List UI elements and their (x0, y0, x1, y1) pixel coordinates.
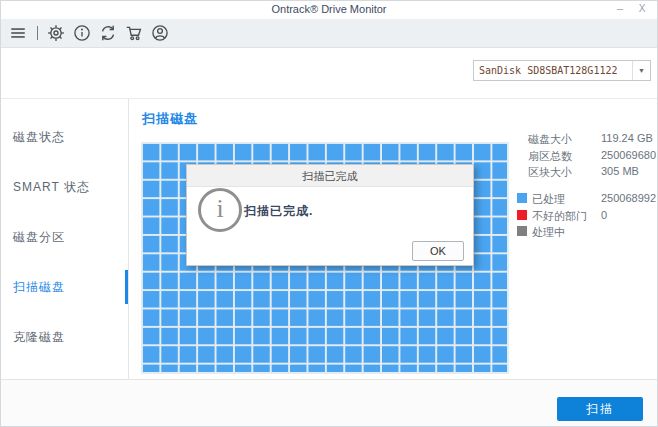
stat-row-disk-size: 磁盘大小 119.24 GB (517, 131, 658, 148)
legend-label: 处理中 (532, 225, 565, 240)
stat-value: 119.24 GB (601, 132, 653, 144)
ok-button[interactable]: OK (412, 241, 464, 261)
sidebar-item-label: 磁盘分区 (13, 230, 65, 244)
processed-color-swatch (517, 193, 527, 203)
dropdown-arrow-button[interactable]: ▼ (632, 61, 650, 80)
legend-row-processing: 处理中 (517, 224, 658, 241)
drive-selector-value: SanDisk SD8SBAT128G1122 (474, 65, 632, 76)
sidebar-item-disk-status[interactable]: 磁盘状态 (1, 112, 128, 162)
legend-label: 不好的部门 (532, 209, 587, 224)
sidebar-item-disk-partitions[interactable]: 磁盘分区 (1, 212, 128, 262)
active-indicator-bar (125, 270, 128, 304)
bad-sectors-color-swatch (517, 210, 527, 220)
stat-row-total-sectors: 扇区总数 250069680 (517, 148, 658, 165)
settings-gear-icon[interactable] (47, 24, 65, 42)
drive-selector-dropdown[interactable]: SanDisk SD8SBAT128G1122 ▼ (473, 60, 651, 81)
scan-complete-dialog: 扫描已完成 i 扫描已完成. OK (186, 164, 474, 266)
chevron-down-icon: ▼ (638, 67, 645, 74)
legend-value: 0 (601, 209, 607, 221)
sidebar-item-clone-disk[interactable]: 克隆磁盘 (1, 312, 128, 362)
dialog-body: i 扫描已完成. OK (187, 187, 473, 265)
stat-row-block-size: 区块大小 305 MB (517, 164, 658, 181)
info-circle-icon: i (198, 188, 242, 232)
dialog-title: 扫描已完成 (187, 165, 473, 187)
page-title: 扫描磁盘 (142, 110, 198, 128)
sidebar-item-label: 克隆磁盘 (13, 330, 65, 344)
legend-value: 250068992 (601, 192, 656, 204)
sidebar-item-label: 磁盘状态 (13, 130, 65, 144)
menu-icon[interactable] (9, 24, 27, 42)
dialog-message: 扫描已完成. (244, 203, 313, 220)
info-icon[interactable] (73, 24, 91, 42)
toolbar (1, 19, 657, 48)
stat-label: 区块大小 (528, 165, 572, 180)
title-bar: Ontrack® Drive Monitor – X (1, 1, 657, 19)
sidebar-item-scan-disk[interactable]: 扫描磁盘 (1, 262, 128, 312)
sidebar: 磁盘状态 SMART 状态 磁盘分区 扫描磁盘 克隆磁盘 (1, 99, 129, 379)
sidebar-item-label: 扫描磁盘 (13, 280, 65, 294)
window-title: Ontrack® Drive Monitor (1, 3, 657, 15)
close-button[interactable]: X (635, 3, 649, 14)
refresh-icon[interactable] (99, 24, 117, 42)
sidebar-item-label: SMART 状态 (13, 180, 90, 194)
processing-color-swatch (517, 226, 527, 236)
stat-value: 305 MB (601, 165, 639, 177)
legend-label: 已处理 (532, 192, 565, 207)
minimize-button[interactable]: – (613, 2, 627, 14)
stat-value: 250069680 (601, 149, 656, 161)
cart-icon[interactable] (125, 24, 143, 42)
scan-legend: 已处理 250068992 不好的部门 0 处理中 (517, 191, 658, 241)
stat-label: 扇区总数 (528, 149, 572, 164)
app-window: Ontrack® Drive Monitor – X (0, 0, 658, 427)
account-icon[interactable] (151, 24, 169, 42)
scan-button[interactable]: 扫描 (557, 397, 643, 421)
legend-row-processed: 已处理 250068992 (517, 191, 658, 208)
disk-stats: 磁盘大小 119.24 GB 扇区总数 250069680 区块大小 305 M… (517, 131, 658, 181)
stat-label: 磁盘大小 (528, 132, 572, 147)
toolbar-divider (37, 26, 38, 40)
sidebar-item-smart-status[interactable]: SMART 状态 (1, 162, 128, 212)
legend-row-bad-sectors: 不好的部门 0 (517, 208, 658, 225)
